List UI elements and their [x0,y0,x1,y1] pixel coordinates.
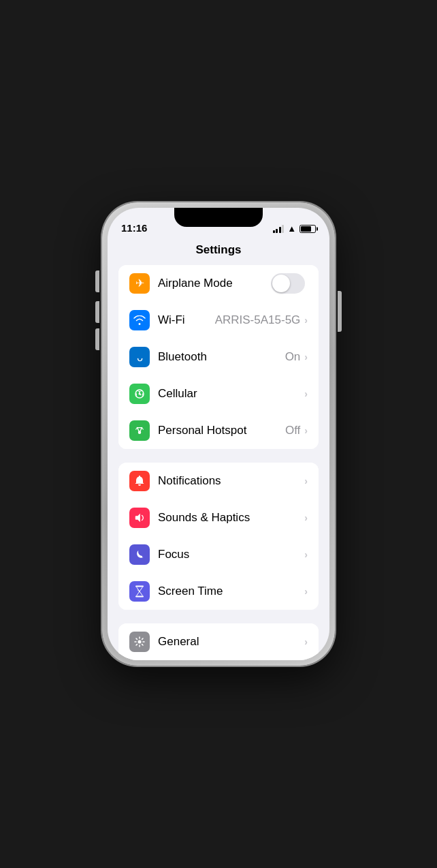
page-title: Settings [195,243,241,256]
focus-row[interactable]: Focus › [118,536,319,573]
notifications-label: Notifications [158,474,304,488]
bluetooth-row[interactable]: ᴗ Bluetooth On › [118,339,319,375]
signal-icon [273,225,285,233]
cellular-icon [129,384,150,404]
general-icon [129,632,150,652]
status-time: 11:16 [121,222,147,234]
svg-point-1 [139,393,141,395]
screen-time-chevron: › [304,586,308,597]
cellular-chevron: › [304,388,308,399]
notch [174,208,263,227]
notifications-icon [129,471,150,491]
bell-svg [134,475,145,487]
bluetooth-icon: ᴗ [129,347,150,367]
focus-icon [129,544,150,565]
notifications-row[interactable]: Notifications › [118,463,319,499]
wifi-value: ARRIS-5A15-5G [215,313,301,327]
notifications-chevron: › [304,476,308,486]
settings-page: Settings ✈ Airplane Mode [108,238,329,660]
notifications-group: Notifications › Sounds & Haptics › [118,463,319,610]
hotspot-value: Off [285,424,300,437]
screen-time-icon [129,581,150,602]
phone-screen: 11:16 ▲ Settings [108,208,329,660]
wifi-status-icon: ▲ [287,223,296,234]
connectivity-group: ✈ Airplane Mode [118,265,319,449]
svg-point-5 [138,640,142,644]
screen-time-label: Screen Time [158,585,304,598]
screen-time-row[interactable]: Screen Time › [118,573,319,610]
hotspot-chevron: › [304,425,308,436]
sound-svg [133,512,146,523]
cellular-label: Cellular [158,387,304,401]
hotspot-label: Personal Hotspot [158,424,285,437]
wifi-row[interactable]: Wi-Fi ARRIS-5A15-5G › [118,302,319,339]
wifi-label: Wi-Fi [158,313,215,327]
sounds-row[interactable]: Sounds & Haptics › [118,499,319,536]
general-label: General [158,635,304,649]
hotspot-icon [129,420,150,441]
airplane-mode-icon: ✈ [129,273,150,294]
sounds-icon [129,508,150,528]
phone-frame: 11:16 ▲ Settings [102,202,335,666]
hotspot-row[interactable]: Personal Hotspot Off › [118,412,319,449]
focus-label: Focus [158,548,304,561]
airplane-mode-toggle[interactable] [271,273,305,294]
sounds-chevron: › [304,512,308,523]
battery-icon [300,225,316,233]
gear-svg [134,636,145,647]
airplane-mode-row[interactable]: ✈ Airplane Mode [118,265,319,302]
hourglass-svg [135,585,144,598]
airplane-mode-label: Airplane Mode [158,277,271,290]
wifi-svg [133,315,146,325]
sounds-label: Sounds & Haptics [158,511,304,525]
status-icons: ▲ [273,223,316,234]
cellular-row[interactable]: Cellular › [118,375,319,412]
general-chevron: › [304,636,308,647]
svg-rect-4 [135,596,144,598]
moon-svg [134,549,145,560]
wifi-chevron: › [304,315,308,326]
bluetooth-chevron: › [304,352,308,362]
bluetooth-value: On [285,350,301,364]
page-header: Settings [108,238,329,265]
svg-rect-3 [135,586,144,587]
hotspot-svg [133,425,146,436]
general-group: General › Cont [118,623,319,660]
wifi-icon-row [129,310,150,330]
toggle-knob [272,275,290,292]
general-row[interactable]: General › [118,623,319,660]
focus-chevron: › [304,549,308,560]
cellular-svg [133,388,146,399]
bluetooth-label: Bluetooth [158,350,285,364]
